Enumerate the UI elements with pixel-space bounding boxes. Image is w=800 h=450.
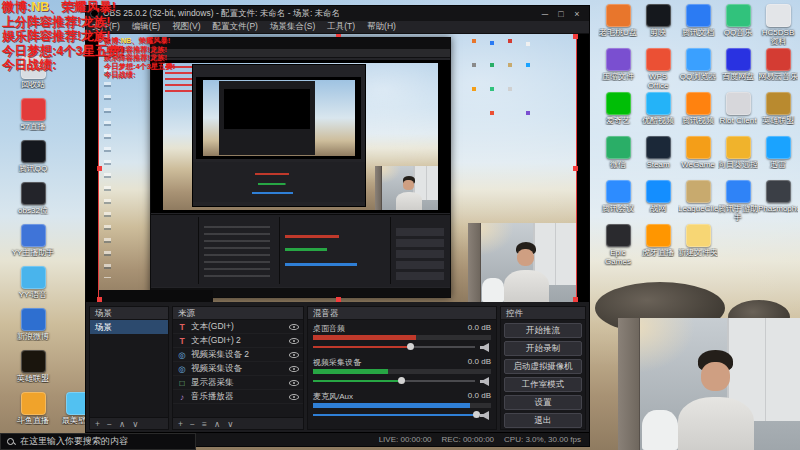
speaker-icon[interactable]: [480, 343, 489, 352]
control-button[interactable]: 设置: [504, 395, 582, 410]
dock-toolbar-icon[interactable]: +: [95, 419, 100, 429]
minimize-button[interactable]: ─: [537, 9, 553, 19]
desktop-icon[interactable]: 网易云音乐: [758, 48, 798, 92]
dock-toolbar-icon[interactable]: ∧: [214, 419, 220, 429]
desktop-icon[interactable]: 腾讯手游助手: [718, 180, 758, 224]
desktop-icon[interactable]: 百度网盘: [718, 48, 758, 92]
dock-toolbar-icon[interactable]: ∨: [227, 419, 233, 429]
control-button[interactable]: 启动虚拟摄像机: [504, 359, 582, 374]
dock-toolbar-icon[interactable]: −: [190, 419, 195, 429]
desktop-icon-image: [766, 136, 791, 159]
desktop-icon[interactable]: 英雄联盟: [758, 92, 798, 136]
desktop-icon-label: 回收站: [4, 80, 62, 89]
channel-db-value: 0.0 dB: [468, 357, 491, 368]
desktop-icon[interactable]: 爱奇艺: [598, 92, 638, 136]
source-row[interactable]: T 文本(GDI+) 2: [173, 334, 303, 348]
menu-item[interactable]: 工具(T): [321, 21, 361, 33]
dock-toolbar-icon[interactable]: +: [178, 419, 183, 429]
desktop-icon[interactable]: HC5DSB资料: [758, 4, 798, 48]
desktop-icon[interactable]: 压缩文件: [598, 48, 638, 92]
control-button[interactable]: 开始录制: [504, 341, 582, 356]
selection-handle[interactable]: [97, 166, 102, 171]
menu-item[interactable]: 帮助(H): [361, 21, 402, 33]
speaker-icon[interactable]: [480, 411, 489, 420]
source-row[interactable]: ◎ 视频采集设备 2: [173, 348, 303, 362]
control-button[interactable]: 退出: [504, 413, 582, 428]
desktop-icon[interactable]: Epic Games: [598, 224, 638, 268]
desktop-icon[interactable]: 57直播: [4, 98, 62, 140]
desktop-icon[interactable]: WPS Office: [638, 48, 678, 92]
visibility-eye-icon[interactable]: [289, 338, 299, 344]
person-face: [701, 362, 730, 391]
captured-desktop-level3: [203, 80, 355, 156]
desktop-icon[interactable]: Phasmophobia: [758, 180, 798, 224]
volume-slider[interactable]: [313, 376, 491, 387]
volume-slider[interactable]: [313, 342, 491, 353]
desktop-icon[interactable]: 腾讯QQ: [4, 140, 62, 182]
desktop-icon[interactable]: WeGame: [678, 136, 718, 180]
desktop-icon[interactable]: 微信: [598, 136, 638, 180]
menu-item[interactable]: 配置文件(P): [207, 21, 264, 33]
live-timer: LIVE: 00:00:00: [379, 435, 432, 444]
desktop-icon[interactable]: obs32位: [4, 182, 62, 224]
desktop-icon-label: LeagueClient: [678, 204, 718, 213]
menu-item[interactable]: 场景集合(S): [264, 21, 321, 33]
desktop-icon[interactable]: 英雄联盟: [4, 350, 62, 392]
dock-toolbar-icon[interactable]: ≡: [202, 419, 207, 429]
desktop-icon[interactable]: 腾讯视频: [678, 92, 718, 136]
selection-handle[interactable]: [573, 297, 578, 302]
desktop-icon[interactable]: LeagueClient: [678, 180, 718, 224]
menu-item[interactable]: 视图(V): [166, 21, 206, 33]
selection-handle[interactable]: [97, 297, 102, 302]
desktop-icon[interactable]: 新浪微博: [4, 308, 62, 350]
visibility-eye-icon[interactable]: [289, 324, 299, 330]
desktop-icon[interactable]: 虎牙直播: [638, 224, 678, 268]
selection-handle[interactable]: [573, 34, 578, 39]
desktop-icon[interactable]: Riot Client: [718, 92, 758, 136]
desktop-icon[interactable]: QQ浏览器: [678, 48, 718, 92]
desktop-icon[interactable]: 腾讯会议: [598, 180, 638, 224]
desktop-icon[interactable]: 新建文件夹: [678, 224, 718, 268]
desktop-icon[interactable]: 剪映: [638, 4, 678, 48]
desktop-icon[interactable]: 迅雷: [758, 136, 798, 180]
taskbar-search-input[interactable]: 在这里输入你要搜索的内容: [0, 433, 196, 450]
dock-toolbar-icon[interactable]: ∨: [132, 419, 138, 429]
maximize-button[interactable]: □: [553, 9, 569, 19]
source-row[interactable]: ♪ 音乐播放器: [173, 390, 303, 404]
source-row[interactable]: □ 显示器采集: [173, 376, 303, 390]
desktop-icon[interactable]: 腾讯文档: [678, 4, 718, 48]
visibility-eye-icon[interactable]: [289, 352, 299, 358]
desktop-icon[interactable]: 优酷视频: [638, 92, 678, 136]
desktop-icon-label: obs32位: [4, 206, 62, 215]
visibility-eye-icon[interactable]: [289, 366, 299, 372]
source-row[interactable]: T 文本(GDI+): [173, 320, 303, 334]
obs-preview[interactable]: 微博:NB、荣耀风暴! 上分阵容推荐!龙族! 娱乐阵容推荐!龙族! 今日梦想:4…: [86, 34, 589, 302]
desktop-icons-right: 老毛桃U盘 剪映 腾讯文档 QQ音乐 HC5DSB资料 压缩文件 WPS Off…: [598, 4, 798, 268]
control-button[interactable]: 开始推流: [504, 323, 582, 338]
desktop-icon[interactable]: Steam: [638, 136, 678, 180]
volume-slider[interactable]: [313, 410, 491, 421]
source-row[interactable]: ◎ 视频采集设备: [173, 362, 303, 376]
desktop-icon-label: 迅雷: [758, 160, 798, 169]
desktop-icon[interactable]: YY-语音: [4, 266, 62, 308]
selection-handle[interactable]: [573, 166, 578, 171]
desktop-icon-image: [646, 136, 671, 159]
source-name: 视频采集设备 2: [191, 349, 285, 361]
desktop-icon[interactable]: QQ音乐: [718, 4, 758, 48]
selection-handle[interactable]: [336, 34, 341, 37]
control-button[interactable]: 工作室模式: [504, 377, 582, 392]
dock-toolbar-icon[interactable]: −: [107, 419, 112, 429]
desktop-icon[interactable]: 战网: [638, 180, 678, 224]
close-button[interactable]: ×: [569, 9, 585, 19]
desktop-icon[interactable]: 老毛桃U盘: [598, 4, 638, 48]
visibility-eye-icon[interactable]: [289, 394, 299, 400]
speaker-icon[interactable]: [480, 377, 489, 386]
visibility-eye-icon[interactable]: [289, 380, 299, 386]
desktop-icon[interactable]: YY主播助手: [4, 224, 62, 266]
scene-list-item[interactable]: 场景: [90, 320, 168, 334]
desktop-icon-image: [646, 180, 671, 203]
dock-toolbar-icon[interactable]: ∧: [119, 419, 125, 429]
person-body: [504, 270, 549, 302]
desktop-icon[interactable]: 向日葵远控: [718, 136, 758, 180]
selection-handle[interactable]: [336, 297, 341, 302]
